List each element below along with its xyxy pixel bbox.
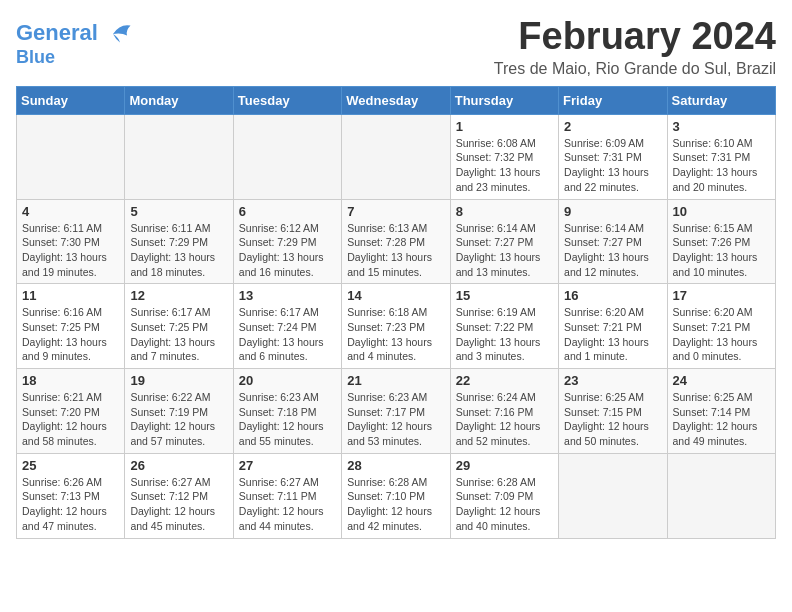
day-number: 12 xyxy=(130,288,227,303)
day-info: Sunrise: 6:24 AM Sunset: 7:16 PM Dayligh… xyxy=(456,390,553,449)
calendar-cell xyxy=(342,114,450,199)
calendar-cell: 21Sunrise: 6:23 AM Sunset: 7:17 PM Dayli… xyxy=(342,369,450,454)
calendar-cell: 15Sunrise: 6:19 AM Sunset: 7:22 PM Dayli… xyxy=(450,284,558,369)
day-number: 3 xyxy=(673,119,770,134)
weekday-header-sunday: Sunday xyxy=(17,86,125,114)
day-number: 14 xyxy=(347,288,444,303)
day-number: 9 xyxy=(564,204,661,219)
day-info: Sunrise: 6:14 AM Sunset: 7:27 PM Dayligh… xyxy=(456,221,553,280)
subtitle: Tres de Maio, Rio Grande do Sul, Brazil xyxy=(494,60,776,78)
day-number: 17 xyxy=(673,288,770,303)
day-info: Sunrise: 6:23 AM Sunset: 7:17 PM Dayligh… xyxy=(347,390,444,449)
calendar-cell: 5Sunrise: 6:11 AM Sunset: 7:29 PM Daylig… xyxy=(125,199,233,284)
calendar-week-2: 4Sunrise: 6:11 AM Sunset: 7:30 PM Daylig… xyxy=(17,199,776,284)
weekday-header-saturday: Saturday xyxy=(667,86,775,114)
calendar-cell: 14Sunrise: 6:18 AM Sunset: 7:23 PM Dayli… xyxy=(342,284,450,369)
day-info: Sunrise: 6:17 AM Sunset: 7:25 PM Dayligh… xyxy=(130,305,227,364)
calendar-cell: 28Sunrise: 6:28 AM Sunset: 7:10 PM Dayli… xyxy=(342,453,450,538)
day-info: Sunrise: 6:27 AM Sunset: 7:11 PM Dayligh… xyxy=(239,475,336,534)
day-number: 24 xyxy=(673,373,770,388)
day-info: Sunrise: 6:20 AM Sunset: 7:21 PM Dayligh… xyxy=(564,305,661,364)
day-number: 18 xyxy=(22,373,119,388)
day-info: Sunrise: 6:21 AM Sunset: 7:20 PM Dayligh… xyxy=(22,390,119,449)
day-info: Sunrise: 6:25 AM Sunset: 7:14 PM Dayligh… xyxy=(673,390,770,449)
day-number: 20 xyxy=(239,373,336,388)
calendar-cell xyxy=(125,114,233,199)
calendar-cell xyxy=(17,114,125,199)
logo-blue: Blue xyxy=(16,48,134,68)
day-info: Sunrise: 6:20 AM Sunset: 7:21 PM Dayligh… xyxy=(673,305,770,364)
day-info: Sunrise: 6:14 AM Sunset: 7:27 PM Dayligh… xyxy=(564,221,661,280)
day-number: 8 xyxy=(456,204,553,219)
calendar-cell: 7Sunrise: 6:13 AM Sunset: 7:28 PM Daylig… xyxy=(342,199,450,284)
calendar-table: SundayMondayTuesdayWednesdayThursdayFrid… xyxy=(16,86,776,539)
calendar-cell: 6Sunrise: 6:12 AM Sunset: 7:29 PM Daylig… xyxy=(233,199,341,284)
calendar-cell: 27Sunrise: 6:27 AM Sunset: 7:11 PM Dayli… xyxy=(233,453,341,538)
day-info: Sunrise: 6:18 AM Sunset: 7:23 PM Dayligh… xyxy=(347,305,444,364)
weekday-header-monday: Monday xyxy=(125,86,233,114)
day-info: Sunrise: 6:10 AM Sunset: 7:31 PM Dayligh… xyxy=(673,136,770,195)
calendar-cell: 2Sunrise: 6:09 AM Sunset: 7:31 PM Daylig… xyxy=(559,114,667,199)
day-info: Sunrise: 6:13 AM Sunset: 7:28 PM Dayligh… xyxy=(347,221,444,280)
day-info: Sunrise: 6:25 AM Sunset: 7:15 PM Dayligh… xyxy=(564,390,661,449)
day-info: Sunrise: 6:27 AM Sunset: 7:12 PM Dayligh… xyxy=(130,475,227,534)
calendar-week-3: 11Sunrise: 6:16 AM Sunset: 7:25 PM Dayli… xyxy=(17,284,776,369)
main-title: February 2024 xyxy=(494,16,776,58)
day-number: 23 xyxy=(564,373,661,388)
day-info: Sunrise: 6:11 AM Sunset: 7:29 PM Dayligh… xyxy=(130,221,227,280)
day-number: 29 xyxy=(456,458,553,473)
day-number: 5 xyxy=(130,204,227,219)
day-info: Sunrise: 6:22 AM Sunset: 7:19 PM Dayligh… xyxy=(130,390,227,449)
day-number: 25 xyxy=(22,458,119,473)
day-number: 10 xyxy=(673,204,770,219)
calendar-cell: 17Sunrise: 6:20 AM Sunset: 7:21 PM Dayli… xyxy=(667,284,775,369)
calendar-cell: 1Sunrise: 6:08 AM Sunset: 7:32 PM Daylig… xyxy=(450,114,558,199)
weekday-header-tuesday: Tuesday xyxy=(233,86,341,114)
day-number: 19 xyxy=(130,373,227,388)
day-info: Sunrise: 6:28 AM Sunset: 7:10 PM Dayligh… xyxy=(347,475,444,534)
calendar-cell: 10Sunrise: 6:15 AM Sunset: 7:26 PM Dayli… xyxy=(667,199,775,284)
day-info: Sunrise: 6:11 AM Sunset: 7:30 PM Dayligh… xyxy=(22,221,119,280)
logo: General Blue xyxy=(16,20,134,68)
calendar-cell: 24Sunrise: 6:25 AM Sunset: 7:14 PM Dayli… xyxy=(667,369,775,454)
title-block: February 2024 Tres de Maio, Rio Grande d… xyxy=(494,16,776,78)
calendar-cell: 23Sunrise: 6:25 AM Sunset: 7:15 PM Dayli… xyxy=(559,369,667,454)
calendar-cell: 20Sunrise: 6:23 AM Sunset: 7:18 PM Dayli… xyxy=(233,369,341,454)
calendar-cell: 19Sunrise: 6:22 AM Sunset: 7:19 PM Dayli… xyxy=(125,369,233,454)
day-info: Sunrise: 6:19 AM Sunset: 7:22 PM Dayligh… xyxy=(456,305,553,364)
day-info: Sunrise: 6:09 AM Sunset: 7:31 PM Dayligh… xyxy=(564,136,661,195)
day-number: 26 xyxy=(130,458,227,473)
calendar-week-1: 1Sunrise: 6:08 AM Sunset: 7:32 PM Daylig… xyxy=(17,114,776,199)
page-header: General Blue February 2024 Tres de Maio,… xyxy=(16,16,776,78)
day-number: 13 xyxy=(239,288,336,303)
day-number: 28 xyxy=(347,458,444,473)
day-info: Sunrise: 6:08 AM Sunset: 7:32 PM Dayligh… xyxy=(456,136,553,195)
calendar-cell: 16Sunrise: 6:20 AM Sunset: 7:21 PM Dayli… xyxy=(559,284,667,369)
weekday-header-row: SundayMondayTuesdayWednesdayThursdayFrid… xyxy=(17,86,776,114)
calendar-cell: 12Sunrise: 6:17 AM Sunset: 7:25 PM Dayli… xyxy=(125,284,233,369)
day-info: Sunrise: 6:17 AM Sunset: 7:24 PM Dayligh… xyxy=(239,305,336,364)
weekday-header-friday: Friday xyxy=(559,86,667,114)
day-number: 16 xyxy=(564,288,661,303)
calendar-cell: 11Sunrise: 6:16 AM Sunset: 7:25 PM Dayli… xyxy=(17,284,125,369)
day-number: 7 xyxy=(347,204,444,219)
day-info: Sunrise: 6:28 AM Sunset: 7:09 PM Dayligh… xyxy=(456,475,553,534)
day-number: 2 xyxy=(564,119,661,134)
calendar-cell xyxy=(667,453,775,538)
day-info: Sunrise: 6:26 AM Sunset: 7:13 PM Dayligh… xyxy=(22,475,119,534)
day-number: 1 xyxy=(456,119,553,134)
day-info: Sunrise: 6:12 AM Sunset: 7:29 PM Dayligh… xyxy=(239,221,336,280)
weekday-header-thursday: Thursday xyxy=(450,86,558,114)
day-number: 15 xyxy=(456,288,553,303)
logo-text: General xyxy=(16,20,134,48)
calendar-cell: 22Sunrise: 6:24 AM Sunset: 7:16 PM Dayli… xyxy=(450,369,558,454)
calendar-cell: 26Sunrise: 6:27 AM Sunset: 7:12 PM Dayli… xyxy=(125,453,233,538)
day-info: Sunrise: 6:23 AM Sunset: 7:18 PM Dayligh… xyxy=(239,390,336,449)
calendar-cell: 8Sunrise: 6:14 AM Sunset: 7:27 PM Daylig… xyxy=(450,199,558,284)
calendar-cell xyxy=(559,453,667,538)
day-number: 6 xyxy=(239,204,336,219)
calendar-week-4: 18Sunrise: 6:21 AM Sunset: 7:20 PM Dayli… xyxy=(17,369,776,454)
calendar-cell: 13Sunrise: 6:17 AM Sunset: 7:24 PM Dayli… xyxy=(233,284,341,369)
calendar-cell: 3Sunrise: 6:10 AM Sunset: 7:31 PM Daylig… xyxy=(667,114,775,199)
day-info: Sunrise: 6:16 AM Sunset: 7:25 PM Dayligh… xyxy=(22,305,119,364)
